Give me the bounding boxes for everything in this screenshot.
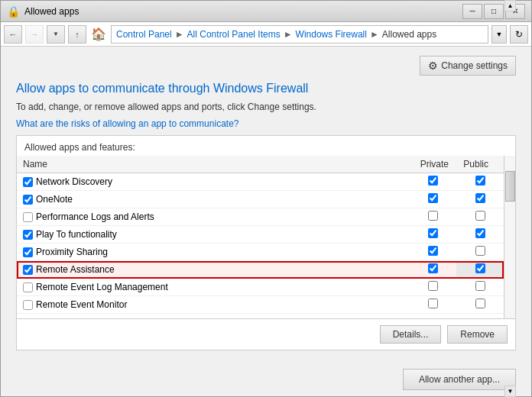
app-checkbox[interactable] xyxy=(23,212,33,222)
public-checkbox[interactable] xyxy=(475,299,485,308)
table-scroll-area[interactable]: Network DiscoveryOneNotePerformance Logs… xyxy=(17,173,504,315)
app-name-cell: Network Discovery xyxy=(17,173,410,191)
main-window: 🔒 Allowed apps ─ □ ✕ ← → ▼ ↑ 🏠 Control P… xyxy=(0,0,532,397)
allowed-apps-panel: Allowed apps and features: Name Private … xyxy=(16,135,516,350)
app-checkbox[interactable] xyxy=(23,282,33,292)
public-checkbox[interactable] xyxy=(475,228,485,238)
table-row: Performance Logs and Alerts xyxy=(17,208,504,226)
private-checkbox[interactable] xyxy=(428,193,438,203)
table-row: Proximity Sharing xyxy=(17,244,504,261)
page-description: To add, change, or remove allowed apps a… xyxy=(16,102,516,112)
app-name-cell: Remote Assistance xyxy=(17,261,410,279)
app-checkbox[interactable] xyxy=(23,247,33,257)
app-name-label: Performance Logs and Alerts xyxy=(36,211,154,222)
forward-button[interactable]: → xyxy=(25,25,44,44)
app-name-cell: Proximity Sharing xyxy=(17,244,410,261)
table-row: Remote Event Log Management xyxy=(17,279,504,296)
apps-table-body: Network DiscoveryOneNotePerformance Logs… xyxy=(17,173,504,315)
private-checkbox[interactable] xyxy=(428,263,438,273)
vertical-scrollbar[interactable]: ▲ ▼ xyxy=(504,156,515,318)
risk-link[interactable]: What are the risks of allowing an app to… xyxy=(16,118,516,129)
table-row: Play To functionality xyxy=(17,226,504,244)
window-icon: 🔒 xyxy=(7,5,20,18)
app-checkbox[interactable] xyxy=(23,230,33,240)
app-name-label: OneNote xyxy=(36,194,73,205)
public-checkbox[interactable] xyxy=(475,246,485,256)
details-button[interactable]: Details... xyxy=(380,325,442,344)
app-name-cell: Remote Event Monitor xyxy=(17,296,410,314)
private-checkbox[interactable] xyxy=(428,281,438,291)
col-private[interactable]: Private xyxy=(411,156,457,173)
app-private-cell xyxy=(410,314,457,315)
allow-another-button[interactable]: Allow another app... xyxy=(403,369,516,390)
app-name-label: Play To functionality xyxy=(36,229,117,240)
nav-icon: 🏠 xyxy=(91,27,106,41)
private-checkbox[interactable] xyxy=(428,299,438,308)
app-name-label: Proximity Sharing xyxy=(36,247,108,257)
app-private-cell xyxy=(410,173,457,191)
minimize-button[interactable]: ─ xyxy=(462,4,482,19)
private-checkbox[interactable] xyxy=(428,246,438,256)
app-name-cell: OneNote xyxy=(17,191,410,208)
remove-button[interactable]: Remove xyxy=(447,325,508,344)
public-checkbox[interactable] xyxy=(475,263,485,273)
back-button[interactable]: ← xyxy=(4,25,22,44)
col-name[interactable]: Name xyxy=(17,156,411,173)
app-private-cell xyxy=(410,191,457,208)
apps-table: Name Private Public xyxy=(17,156,504,173)
breadcrumb-windows-firewall[interactable]: Windows Firewall xyxy=(296,29,367,40)
scroll-thumb[interactable] xyxy=(505,171,515,202)
table-row: Remote Assistance xyxy=(17,261,504,279)
dropdown-recent-button[interactable]: ▼ xyxy=(47,25,65,44)
private-checkbox[interactable] xyxy=(428,228,438,238)
app-public-cell xyxy=(456,208,504,226)
public-checkbox[interactable] xyxy=(475,211,485,221)
app-private-cell xyxy=(410,296,457,314)
up-button[interactable]: ↑ xyxy=(68,25,86,44)
app-private-cell xyxy=(410,261,457,279)
page-title: Allow apps to communicate through Window… xyxy=(16,82,516,95)
content-area: ⚙ Change settings Allow apps to communic… xyxy=(1,47,531,363)
app-name-label: Remote Event Monitor xyxy=(36,299,127,310)
app-public-cell xyxy=(456,191,504,208)
app-checkbox[interactable] xyxy=(23,177,33,187)
private-checkbox[interactable] xyxy=(428,176,438,186)
breadcrumb-dropdown-button[interactable]: ▼ xyxy=(491,25,507,44)
breadcrumb-all-items[interactable]: All Control Panel Items xyxy=(187,29,281,40)
app-name-cell: Play To functionality xyxy=(17,226,410,244)
col-public[interactable]: Public xyxy=(457,156,504,173)
app-private-cell xyxy=(410,226,457,244)
private-checkbox[interactable] xyxy=(428,211,438,221)
table-row: Remote Scheduled Tasks Management xyxy=(17,314,504,315)
panel-bottom-buttons: Details... Remove xyxy=(17,318,515,350)
breadcrumb-allowed-apps: Allowed apps xyxy=(382,29,436,40)
app-checkbox[interactable] xyxy=(23,195,33,205)
public-checkbox[interactable] xyxy=(475,281,485,291)
refresh-button[interactable]: ↻ xyxy=(510,25,528,44)
app-name-cell: Performance Logs and Alerts xyxy=(17,208,410,226)
title-bar: 🔒 Allowed apps ─ □ ✕ xyxy=(1,1,531,22)
table-row: Remote Event Monitor xyxy=(17,296,504,314)
app-private-cell xyxy=(410,208,457,226)
app-public-cell xyxy=(456,261,504,279)
public-checkbox[interactable] xyxy=(475,176,485,186)
table-row: Network Discovery xyxy=(17,173,504,191)
app-checkbox[interactable] xyxy=(23,265,33,275)
app-name-label: Remote Assistance xyxy=(36,264,115,275)
app-name-cell: Remote Scheduled Tasks Management xyxy=(17,314,410,315)
app-name-cell: Remote Event Log Management xyxy=(17,279,410,296)
footer-buttons: Allow another app... xyxy=(1,363,531,396)
maximize-button[interactable]: □ xyxy=(484,4,504,19)
app-public-cell xyxy=(456,244,504,261)
app-name-label: Network Discovery xyxy=(36,176,112,187)
public-checkbox[interactable] xyxy=(475,193,485,203)
app-public-cell xyxy=(456,173,504,191)
breadcrumb-control-panel[interactable]: Control Panel xyxy=(116,29,172,40)
table-row: OneNote xyxy=(17,191,504,208)
app-public-cell xyxy=(456,279,504,296)
app-public-cell xyxy=(456,226,504,244)
panel-header: Allowed apps and features: xyxy=(17,136,515,156)
breadcrumb: Control Panel ► All Control Panel Items … xyxy=(111,25,488,44)
change-settings-button[interactable]: ⚙ Change settings xyxy=(420,56,516,76)
app-checkbox[interactable] xyxy=(23,300,33,310)
